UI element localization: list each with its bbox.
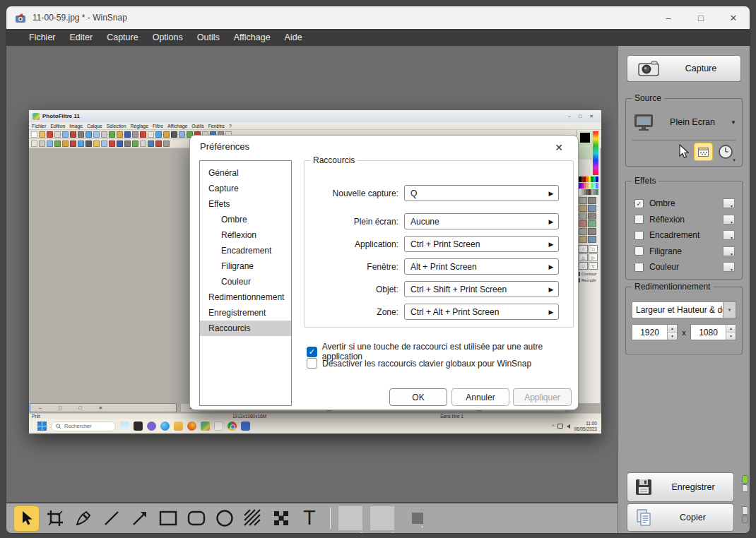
spin-down-icon[interactable]: ▼: [726, 333, 736, 340]
pattern-tool-button[interactable]: [268, 506, 294, 532]
save-indicator[interactable]: [742, 475, 748, 492]
resize-preset-combo[interactable]: Largeur et Hauteur & déf ▼: [632, 301, 736, 318]
effect-options-button[interactable]: ▼: [723, 246, 735, 256]
hotkey-menu-icon[interactable]: ▶: [544, 282, 558, 297]
crop-tool-button[interactable]: [42, 506, 68, 532]
chevron-down-icon[interactable]: ▼: [731, 119, 736, 126]
tray-chevron-icon: ^: [552, 424, 554, 429]
source-selector[interactable]: Plein Ecran ▼: [633, 112, 736, 133]
nav-item-reflexion[interactable]: Réflexion: [200, 227, 291, 243]
pf-menu-item: Calque: [87, 124, 102, 128]
text-icon: T: [300, 508, 319, 528]
cancel-button[interactable]: Annuler: [451, 388, 509, 406]
hotkey-input-nouvelle-capture[interactable]: Q ▶: [404, 185, 559, 201]
hotkey-menu-icon[interactable]: ▶: [544, 259, 558, 274]
copy-button[interactable]: Copier: [627, 503, 734, 532]
effect-options-button[interactable]: ▼: [723, 198, 735, 208]
effect-options-button[interactable]: ▼: [723, 262, 735, 272]
menu-fichier[interactable]: Fichier: [22, 32, 63, 42]
effect-options-button[interactable]: ▼: [723, 215, 735, 225]
hotkey-input-objet[interactable]: Ctrl + Shift + Print Screen ▶: [404, 281, 559, 297]
pf-maximize-icon: □: [579, 114, 581, 119]
checkbox-reflexion[interactable]: [634, 215, 644, 224]
spin-up-icon[interactable]: ▲: [668, 325, 677, 333]
line-tool-button[interactable]: [98, 506, 124, 532]
color-swatch-primary[interactable]: ▼: [338, 506, 362, 530]
hotkey-menu-icon[interactable]: ▶: [544, 186, 558, 201]
pen-icon: [74, 509, 93, 527]
explorer-icon: [174, 422, 183, 431]
spin-up-icon[interactable]: ▲: [726, 325, 736, 333]
effect-row-couleur: Couleur ▼: [626, 259, 742, 275]
shape-diamond-icon: ◇: [579, 262, 588, 270]
field-label-zone: Zone:: [313, 307, 398, 317]
menu-editer[interactable]: Editer: [63, 32, 100, 42]
close-button[interactable]: ✕: [717, 6, 750, 29]
photofiltre-window-controls: – □ ✕: [568, 114, 593, 119]
timer-dropdown-icon[interactable]: ▼: [732, 158, 736, 162]
nav-item-couleur[interactable]: Couleur: [200, 274, 291, 289]
hotkey-input-plein-ecran[interactable]: Aucune ▶: [404, 213, 559, 229]
copy-indicator[interactable]: [742, 506, 748, 523]
dialog-close-icon[interactable]: ✕: [551, 140, 567, 155]
checkbox-filigrane[interactable]: [634, 246, 644, 256]
checkbox-ombre[interactable]: ✓: [634, 199, 644, 208]
rectangle-tool-button[interactable]: [155, 506, 181, 532]
menu-options[interactable]: Options: [146, 32, 190, 42]
nav-item-enregistrement[interactable]: Enregistrement: [200, 305, 291, 321]
ellipse-tool-button[interactable]: [211, 506, 237, 532]
checkbox-disable-global-shortcuts[interactable]: Désactiver les raccourcis clavier globau…: [307, 358, 531, 369]
pen-tool-button[interactable]: [70, 506, 96, 532]
save-button[interactable]: Enregistrer: [627, 472, 734, 502]
hatch-tool-button[interactable]: [240, 506, 266, 532]
checkbox-couleur[interactable]: [634, 263, 644, 272]
ok-button[interactable]: OK: [389, 388, 447, 406]
title-bar: 11-00-59.jpg * - WinSnap – □ ✕: [6, 6, 750, 29]
pf-menu-item: Sélection: [107, 124, 126, 128]
color-swatch-secondary[interactable]: ▼: [370, 506, 394, 530]
hotkey-menu-icon[interactable]: ▶: [544, 237, 558, 251]
menu-capture[interactable]: Capture: [100, 32, 145, 42]
effect-options-button[interactable]: ▼: [723, 230, 735, 240]
text-tool-button[interactable]: T: [296, 506, 322, 532]
capture-window-mode-button[interactable]: [694, 143, 713, 161]
select-tool-button[interactable]: [13, 506, 40, 532]
timer-capture-button[interactable]: ▼: [718, 143, 735, 161]
speaker-icon: [567, 424, 570, 429]
nav-item-redimentionnement[interactable]: Redimentionnement: [200, 289, 291, 305]
height-spinner[interactable]: 1080 ▲ ▼: [690, 324, 736, 340]
checkbox-checked-icon[interactable]: ✓: [307, 347, 317, 357]
nav-item-filigrane[interactable]: Filigrane: [200, 258, 291, 274]
apply-button[interactable]: Appliquer: [513, 388, 572, 406]
width-spinner[interactable]: 1920 ▲ ▼: [632, 324, 678, 340]
capture-button[interactable]: Capture: [627, 55, 741, 82]
nav-item-effets[interactable]: Effets: [200, 196, 291, 212]
arrow-tool-button[interactable]: [126, 506, 153, 532]
hotkey-input-zone[interactable]: Ctrl + Alt + Print Screen ▶: [404, 304, 559, 320]
rounded-rectangle-tool-button[interactable]: [183, 506, 209, 532]
nav-item-general[interactable]: Général: [200, 165, 291, 181]
combo-dropdown-icon[interactable]: ▼: [723, 302, 736, 318]
nav-item-ombre[interactable]: Ombre: [200, 212, 291, 227]
preferences-dialog: Préférences ✕ Général Capture Effets Omb…: [189, 135, 579, 410]
hotkey-menu-icon[interactable]: ▶: [544, 214, 558, 229]
minimize-button[interactable]: –: [652, 6, 685, 29]
nav-item-encadrement[interactable]: Encadrement: [200, 243, 291, 258]
checkbox-unchecked-icon[interactable]: [307, 358, 317, 369]
hotkey-input-application[interactable]: Ctrl + Print Screen ▶: [404, 236, 559, 252]
menu-affichage[interactable]: Affichage: [227, 32, 278, 42]
hotkey-input-fenetre[interactable]: Alt + Print Screen ▶: [404, 258, 559, 275]
maximize-button[interactable]: □: [685, 6, 717, 29]
clock-time: 11:00: [574, 421, 597, 426]
menu-aide[interactable]: Aide: [278, 32, 309, 42]
nav-item-raccourcis[interactable]: Raccourcis: [200, 321, 291, 336]
hotkey-menu-icon[interactable]: ▶: [544, 304, 558, 319]
spin-down-icon[interactable]: ▼: [668, 333, 677, 340]
checkbox-encadrement[interactable]: [634, 231, 644, 240]
nav-item-capture[interactable]: Capture: [200, 181, 291, 196]
stroke-width-selector[interactable]: ▼: [412, 513, 423, 524]
palette-remplir-label: Remplir: [579, 278, 598, 282]
preferences-nav-list: Général Capture Effets Ombre Réflexion E…: [199, 160, 292, 406]
clock-date: 06/05/2023: [574, 426, 597, 432]
menu-outils[interactable]: Outils: [190, 32, 227, 42]
